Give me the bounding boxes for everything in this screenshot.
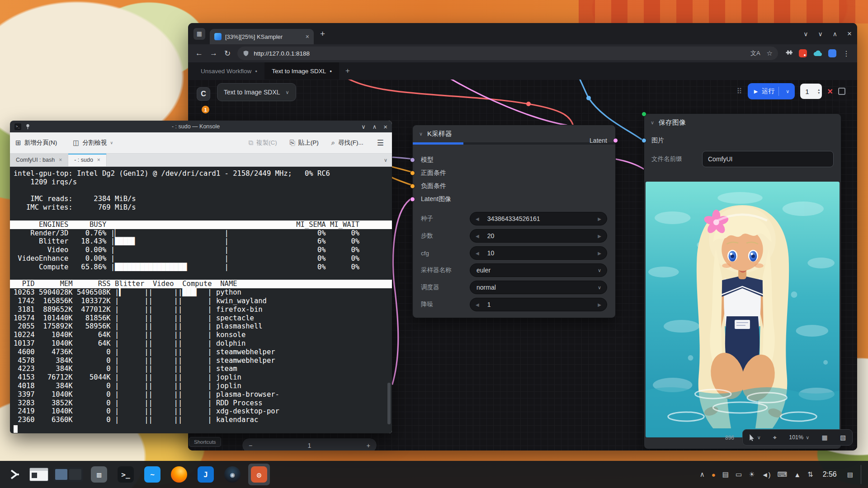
new-workflow-button[interactable]: + bbox=[345, 66, 350, 75]
widget-input[interactable]: ◀ 343864334526161 ▶ ∨ bbox=[470, 212, 607, 225]
konsole-titlebar[interactable]: >_ - : sudo — Konsole ∨ ∧ × bbox=[10, 121, 392, 132]
toggle-links-icon[interactable]: ▧ bbox=[840, 434, 846, 441]
chevron-down-icon[interactable]: ∨ bbox=[757, 435, 761, 441]
taskbar-app[interactable]: >_ bbox=[115, 464, 137, 485]
window-preview-thumbnail[interactable] bbox=[29, 468, 48, 481]
translate-icon[interactable]: 文A bbox=[750, 49, 760, 57]
tab-list-chevron-icon[interactable]: ∨ bbox=[379, 157, 392, 163]
input-dot[interactable] bbox=[410, 170, 415, 175]
collapse-chevron-icon[interactable]: ∨ bbox=[651, 120, 654, 126]
widget-input[interactable]: ◀ 1 ▶ ∨ bbox=[470, 298, 607, 311]
increment-arrow-icon[interactable]: ▶ bbox=[598, 234, 601, 239]
taskbar-app[interactable]: ◉ bbox=[222, 464, 243, 485]
bookmark-star-icon[interactable]: ☆ bbox=[767, 49, 773, 57]
widget-value[interactable]: euler bbox=[476, 267, 594, 274]
tab-close-icon[interactable]: × bbox=[306, 33, 309, 40]
run-button[interactable]: ▶ 运行 ∨ bbox=[748, 83, 795, 99]
forward-icon[interactable]: → bbox=[210, 49, 217, 58]
increment-icon[interactable]: + bbox=[367, 442, 370, 449]
toolbar-button[interactable]: ⊞ 新增分頁(N) bbox=[15, 139, 60, 147]
close-button[interactable]: × bbox=[383, 123, 387, 131]
terminal-scrollbar[interactable] bbox=[387, 383, 391, 424]
stop-button[interactable] bbox=[838, 88, 845, 95]
browser-tab[interactable]: [33%][25%] KSampler × bbox=[210, 29, 314, 44]
combo-chevron-icon[interactable]: ∨ bbox=[598, 285, 601, 291]
browser-titlebar[interactable]: ▦ [33%][25%] KSampler × + ∨ ∨ ∧ × bbox=[188, 23, 857, 44]
widget-value[interactable]: normal bbox=[476, 284, 594, 291]
filename-prefix-input[interactable] bbox=[702, 151, 834, 167]
zoom-control[interactable]: 101% ∨ bbox=[789, 434, 809, 441]
back-icon[interactable]: ← bbox=[195, 49, 203, 58]
decrement-arrow-icon[interactable]: ◀ bbox=[476, 302, 479, 307]
collapse-chevron-icon[interactable]: ∨ bbox=[419, 131, 423, 137]
tray-icon[interactable]: ☀ bbox=[748, 470, 755, 479]
widget-input[interactable]: ◀ normal ▶ ∨ bbox=[470, 281, 607, 294]
tray-icon[interactable]: ⌨ bbox=[777, 470, 788, 479]
decrement-arrow-icon[interactable]: ◀ bbox=[476, 251, 479, 256]
combo-chevron-icon[interactable]: ∨ bbox=[598, 267, 601, 273]
widget-value[interactable]: 10 bbox=[483, 249, 594, 257]
search-tabs-icon[interactable]: ∨ bbox=[803, 30, 808, 38]
show-desktop-button[interactable] bbox=[861, 465, 863, 484]
workflow-tab[interactable]: Unsaved Workflow ● bbox=[193, 62, 264, 80]
image-input-dot[interactable] bbox=[642, 138, 646, 143]
ksampler-header[interactable]: ∨ K采样器 bbox=[413, 125, 615, 142]
comfyui-logo-button[interactable]: C bbox=[197, 87, 210, 101]
taskbar-app[interactable]: J bbox=[195, 464, 217, 485]
desktop-1[interactable] bbox=[55, 469, 67, 480]
adblock-extension-icon[interactable] bbox=[799, 49, 807, 57]
input-dot[interactable] bbox=[410, 157, 415, 162]
extensions-puzzle-icon[interactable] bbox=[785, 50, 793, 57]
app-launcher-button[interactable] bbox=[5, 464, 24, 485]
tray-icon[interactable]: ▲ bbox=[793, 471, 802, 479]
toolbar-button[interactable]: ◫ 分割檢視 ∨ bbox=[73, 139, 113, 147]
terminal-tab[interactable]: ComfyUI : bash × bbox=[10, 154, 68, 166]
workflow-tab[interactable]: Text to Image SDXL ● bbox=[264, 62, 339, 80]
minimize-button[interactable]: ∨ bbox=[361, 123, 366, 130]
spinner-arrows[interactable]: ▴▾ bbox=[818, 88, 820, 94]
run-options-chevron-icon[interactable]: ∨ bbox=[783, 89, 792, 94]
batch-count-input[interactable]: 1 ▴▾ bbox=[800, 84, 822, 99]
virtual-desktop-pager[interactable] bbox=[53, 467, 83, 482]
extension-icon[interactable] bbox=[828, 49, 836, 57]
widget-value[interactable]: 1 bbox=[483, 301, 594, 308]
desktop-2[interactable] bbox=[69, 469, 81, 480]
tab-close-icon[interactable]: × bbox=[59, 157, 62, 163]
input-dot[interactable] bbox=[410, 197, 415, 202]
terminal-tab[interactable]: - : sudo × bbox=[68, 154, 107, 166]
pointer-tool-button[interactable]: ∨ bbox=[749, 434, 761, 441]
tab-close-icon[interactable]: × bbox=[97, 157, 100, 163]
maximize-button[interactable]: ∧ bbox=[373, 123, 377, 130]
chevron-down-icon[interactable]: ∨ bbox=[806, 435, 809, 441]
save-image-header[interactable]: ∨ 保存图像 bbox=[644, 114, 841, 131]
address-bar[interactable]: http://127.0.0.1:8188 文A ☆ bbox=[237, 47, 778, 60]
tray-icon[interactable]: ▭ bbox=[735, 470, 743, 479]
maximize-button[interactable]: ∧ bbox=[833, 30, 837, 38]
decrement-arrow-icon[interactable]: ◀ bbox=[476, 234, 479, 239]
decrement-icon[interactable]: − bbox=[249, 442, 252, 449]
taskbar-app[interactable]: ▥ bbox=[88, 464, 110, 485]
toolbar-button[interactable]: ⎘ 貼上(P) bbox=[290, 139, 319, 147]
workflow-selector[interactable]: Text to Image SDXL ∨ bbox=[217, 83, 296, 101]
new-tab-button[interactable]: + bbox=[320, 29, 325, 39]
widget-input[interactable]: ◀ 20 ▶ ∨ bbox=[470, 229, 607, 243]
drag-handle-icon[interactable]: ⠿ bbox=[736, 87, 742, 96]
minimize-button[interactable]: ∨ bbox=[818, 30, 823, 38]
tab-group-icon[interactable]: ▦ bbox=[193, 28, 205, 40]
tray-icon[interactable]: ∧ bbox=[699, 470, 706, 479]
reroute-dot-red[interactable] bbox=[526, 102, 531, 106]
tray-icon[interactable]: ⇅ bbox=[807, 470, 814, 479]
bottom-node-widget[interactable]: − 1 + bbox=[242, 438, 377, 450]
increment-arrow-icon[interactable]: ▶ bbox=[598, 251, 601, 256]
increment-arrow-icon[interactable]: ▶ bbox=[598, 302, 601, 307]
widget-input[interactable]: ◀ 10 ▶ ∨ bbox=[470, 246, 607, 260]
fit-view-icon[interactable]: ⌖ bbox=[773, 434, 777, 441]
tray-icon[interactable]: ▤ bbox=[722, 470, 730, 479]
shield-icon[interactable] bbox=[243, 50, 249, 57]
browser-menu-icon[interactable]: ⋮ bbox=[843, 49, 850, 58]
save-image-node[interactable]: ∨ 保存图像 图片 文件名前缀 bbox=[644, 113, 841, 449]
hamburger-menu-icon[interactable]: ☰ bbox=[377, 138, 384, 148]
widget-value[interactable]: 343864334526161 bbox=[483, 215, 594, 222]
ksampler-node[interactable]: ∨ K采样器 模型 正面条件 bbox=[412, 125, 616, 318]
tray-icon[interactable]: ◄) bbox=[761, 471, 772, 479]
